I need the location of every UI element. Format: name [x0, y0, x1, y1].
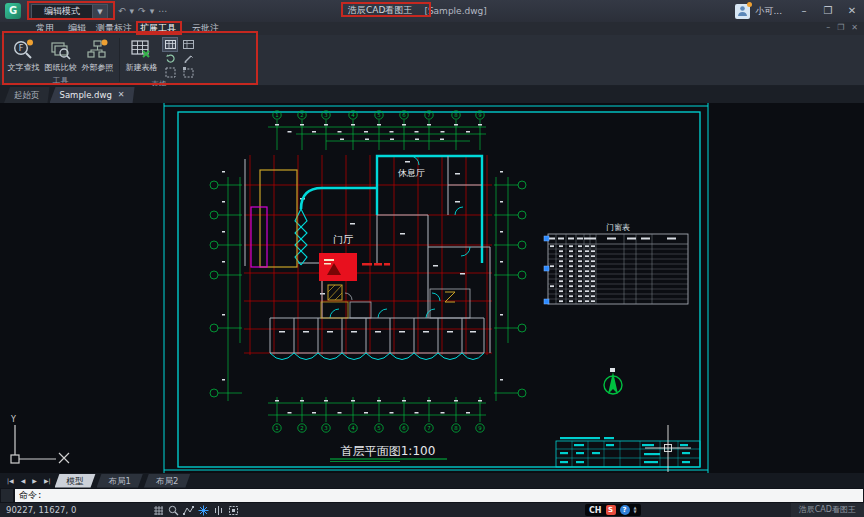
- drawing-compare-label: 图纸比较: [45, 62, 77, 73]
- zoom-icon[interactable]: [167, 504, 179, 516]
- drawing-compare-icon: [49, 38, 72, 61]
- table-move-icon: [165, 67, 176, 78]
- tab-start-page[interactable]: 起始页: [4, 87, 50, 103]
- table-refresh-icon: [165, 53, 176, 64]
- table-move-button[interactable]: [163, 66, 177, 79]
- axis-bubbles-top: 123456789: [273, 111, 484, 150]
- north-compass: [604, 368, 622, 394]
- osnap-icon[interactable]: [197, 504, 209, 516]
- status-toggle-icons: [152, 504, 239, 516]
- title-block: [556, 437, 700, 467]
- mdi-minimize-button[interactable]: –: [826, 23, 830, 33]
- building-walls: [245, 156, 490, 353]
- table-export-icon: [183, 39, 194, 50]
- table-edit-button[interactable]: [181, 52, 195, 65]
- table-edit-icon: [183, 53, 194, 64]
- schedule-table[interactable]: 门窗表: [544, 223, 688, 304]
- tab-measure[interactable]: 测量标注: [96, 22, 132, 35]
- help-icon[interactable]: ?: [620, 505, 630, 515]
- ortho-icon[interactable]: [212, 504, 224, 516]
- tab-common[interactable]: 常用: [36, 22, 54, 35]
- find-text-button[interactable]: F 文字查找: [5, 37, 42, 73]
- grip-handle[interactable]: [544, 266, 549, 271]
- last-tab-icon[interactable]: ▶|: [41, 473, 54, 488]
- svg-text:6: 6: [402, 112, 406, 118]
- grip-handle[interactable]: [544, 236, 549, 241]
- avatar-badge: [747, 2, 752, 7]
- cad-drawing[interactable]: 123456789 123456789: [0, 103, 864, 473]
- mode-selector[interactable]: 编辑模式 ▼: [31, 4, 108, 19]
- mode-dropdown-icon[interactable]: ▼: [93, 4, 108, 19]
- svg-text:7: 7: [427, 112, 431, 118]
- svg-text:4: 4: [351, 425, 355, 431]
- app-window: G 编辑模式 ▼ ↶ ▾ ↷ ▾ ⋯ 浩辰CAD看图王 [Sample.dwg]…: [0, 0, 864, 517]
- grid-toggle-icon[interactable]: [152, 504, 164, 516]
- tab-model[interactable]: 模型: [55, 474, 96, 488]
- plan-title: 首层平面图1:100: [330, 444, 447, 462]
- polyline-icon[interactable]: [182, 504, 194, 516]
- new-table-button[interactable]: 新建表格: [123, 37, 160, 73]
- tab-layout2[interactable]: 布局2: [144, 474, 190, 488]
- mode-selector-value[interactable]: 编辑模式: [31, 4, 93, 19]
- tab-extended-tools[interactable]: 扩展工具: [140, 22, 176, 35]
- table-refresh-button[interactable]: [163, 52, 177, 65]
- customize-qat-icon[interactable]: ⋯: [158, 4, 167, 19]
- svg-text:3: 3: [324, 425, 328, 431]
- zoom-extents-icon[interactable]: [227, 504, 239, 516]
- tab-edit[interactable]: 编辑: [68, 22, 86, 35]
- window-title: 浩辰CAD看图王 [Sample.dwg]: [344, 3, 487, 18]
- drawing-canvas[interactable]: 123456789 123456789: [0, 103, 864, 473]
- prev-tab-icon[interactable]: ◀: [18, 473, 29, 488]
- user-name[interactable]: 小可...: [755, 5, 782, 18]
- table-select-button[interactable]: [181, 66, 195, 79]
- ucs-icon: Y: [10, 415, 69, 463]
- minimize-button[interactable]: –: [792, 0, 816, 22]
- mdi-close-button[interactable]: ✕: [851, 23, 858, 33]
- redo-icon[interactable]: ↷: [138, 4, 146, 19]
- ribbon-group-tools-label: 工具: [5, 75, 116, 86]
- restore-button[interactable]: ❐: [816, 0, 840, 22]
- tab-close-icon[interactable]: ✕: [118, 87, 125, 103]
- ime-icon[interactable]: S: [606, 505, 616, 515]
- crosshair-cursor: [645, 425, 691, 472]
- table-export-button[interactable]: [181, 38, 195, 51]
- xref-icon: [86, 38, 109, 61]
- input-language[interactable]: CH: [589, 506, 602, 515]
- lounge-label: 休息厅: [397, 168, 425, 178]
- command-input[interactable]: 命令:: [15, 489, 863, 502]
- svg-text:6: 6: [402, 425, 406, 431]
- tab-cloud-annotation[interactable]: 云批注: [192, 22, 219, 35]
- drawing-compare-button[interactable]: 图纸比较: [42, 37, 79, 73]
- close-button[interactable]: ✕: [840, 0, 864, 22]
- app-logo-icon: G: [5, 3, 21, 19]
- xref-button[interactable]: 外部参照: [79, 37, 116, 73]
- ribbon-tab-bar: 常用 编辑 测量标注 扩展工具 云批注: [0, 22, 864, 35]
- command-bar: 命令:: [0, 488, 864, 503]
- status-bar: 90227, 11627, 0 CH S ?: [0, 503, 864, 517]
- language-bar: CH S ? ▲▼: [585, 504, 641, 516]
- undo-menu-icon[interactable]: ▾: [130, 4, 135, 19]
- tab-sample-dwg[interactable]: Sample.dwg ✕: [50, 87, 135, 103]
- dimension-text-ticks: [222, 124, 503, 414]
- svg-text:9: 9: [478, 425, 482, 431]
- first-tab-icon[interactable]: |◀: [4, 473, 17, 488]
- table-small-buttons: [163, 37, 195, 79]
- undo-icon[interactable]: ↶: [118, 4, 126, 19]
- mdi-restore-button[interactable]: ❐: [837, 23, 844, 33]
- quick-access-toolbar: ↶ ▾ ↷ ▾ ⋯: [118, 4, 167, 19]
- find-text-label: 文字查找: [8, 62, 40, 73]
- language-bar-options-icon[interactable]: ▲▼: [634, 506, 637, 514]
- svg-text:8: 8: [454, 112, 458, 118]
- selected-highlight-block[interactable]: [319, 253, 390, 300]
- redo-menu-icon[interactable]: ▾: [150, 4, 155, 19]
- svg-text:7: 7: [427, 425, 431, 431]
- user-avatar[interactable]: [735, 4, 750, 19]
- grip-handle[interactable]: [544, 299, 549, 304]
- table-style-icon: [165, 39, 176, 50]
- plan-title-text: 首层平面图1:100: [341, 444, 436, 458]
- table-style-button[interactable]: [163, 38, 177, 51]
- next-tab-icon[interactable]: ▶: [29, 473, 40, 488]
- cursor-coordinates: 90227, 11627, 0: [6, 505, 76, 515]
- tab-layout1[interactable]: 布局1: [97, 474, 143, 488]
- command-history-icon[interactable]: [1, 489, 13, 502]
